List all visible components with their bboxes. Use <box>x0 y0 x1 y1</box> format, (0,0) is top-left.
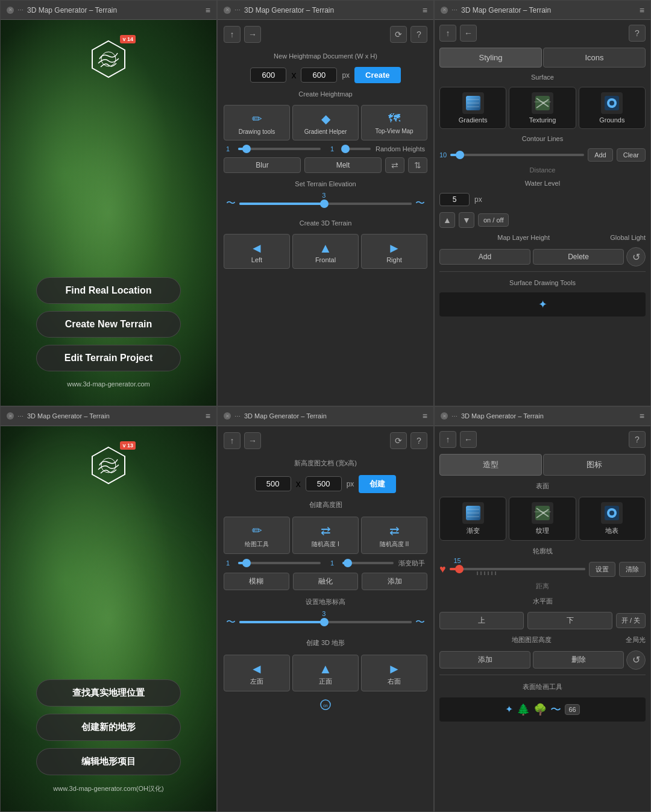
right-terrain-btn[interactable]: ► Right <box>361 234 427 269</box>
draw-cn-tool-tree1[interactable]: 🌲 <box>517 703 530 716</box>
style-back-btn[interactable]: ↑ <box>439 25 456 42</box>
create-terrain-cn-btn[interactable]: 创建新的地形 <box>36 714 181 741</box>
close-btn-5[interactable]: ✕ <box>224 412 231 420</box>
collapse-3[interactable]: ⋯ <box>451 7 458 13</box>
create-btn[interactable]: Create <box>354 67 400 83</box>
style-cn-fwd-btn[interactable]: ← <box>460 431 477 448</box>
water-down-btn[interactable]: ▼ <box>459 212 474 228</box>
water-cn-onoff-btn[interactable]: 开 / 关 <box>616 613 646 628</box>
width-input[interactable] <box>250 68 286 83</box>
draw-cn-tool-1[interactable]: ✦ <box>505 703 513 715</box>
collapse-1[interactable]: ⋯ <box>17 7 24 13</box>
draw-tool-1[interactable]: ✦ <box>538 298 547 311</box>
width-input-cn[interactable] <box>255 476 291 491</box>
nav-back-btn[interactable]: ↑ <box>224 26 241 43</box>
nav-refresh-btn[interactable]: ⟳ <box>390 26 407 43</box>
drawing-tools-btn[interactable]: ✏ Drawing tools <box>224 105 290 140</box>
add-cn-btn[interactable]: 添加 <box>362 573 427 590</box>
shuffle-btn-1[interactable]: ⇄ <box>385 157 404 173</box>
blur-btn[interactable]: Blur <box>224 157 301 173</box>
melt-cn-btn[interactable]: 融化 <box>293 573 359 590</box>
melt-btn[interactable]: Melt <box>304 157 382 173</box>
random-height2-btn[interactable]: ⇄ 随机高度 II <box>361 517 427 554</box>
blur-cn-btn[interactable]: 模糊 <box>224 573 289 590</box>
right-cn-btn[interactable]: ► 右面 <box>361 655 427 691</box>
menu-6[interactable]: ≡ <box>640 411 644 421</box>
style-fwd-btn[interactable]: ← <box>460 25 477 42</box>
gradients-btn[interactable]: Gradients <box>439 87 506 129</box>
collapse-6[interactable]: ⋯ <box>451 413 458 420</box>
styling-cn-tab[interactable]: 造型 <box>439 454 542 476</box>
global-cn-light-btn[interactable]: ↺ <box>626 650 646 670</box>
drawing-tools-cn-btn[interactable]: ✏ 绘图工具 <box>224 517 290 554</box>
nav-back-cn[interactable]: ↑ <box>224 432 241 449</box>
gradients-cn-btn[interactable]: 渐变 <box>439 497 506 541</box>
map-cn-delete-btn[interactable]: 删除 <box>533 651 624 669</box>
contour-cn-clear-btn[interactable]: 清除 <box>619 562 646 577</box>
style-cn-help-btn[interactable]: ? <box>629 431 646 448</box>
slider-cn-track2[interactable] <box>342 562 394 564</box>
water-cn-up-btn[interactable]: 上 <box>439 612 524 629</box>
water-cn-down-btn[interactable]: 下 <box>527 612 612 629</box>
close-btn-1[interactable]: ✕ <box>7 7 14 14</box>
menu-1[interactable]: ≡ <box>206 5 210 15</box>
water-onoff-btn[interactable]: on / off <box>478 213 509 227</box>
left-terrain-btn[interactable]: ◄ Left <box>224 234 290 269</box>
contour-clear-btn[interactable]: Clear <box>617 148 646 162</box>
icons-cn-tab[interactable]: 图标 <box>543 454 646 476</box>
close-btn-4[interactable]: ✕ <box>7 412 14 420</box>
draw-cn-tool-66[interactable]: 66 <box>565 704 579 715</box>
elevation-cn-track[interactable]: 3 <box>239 621 412 623</box>
create-btn-cn[interactable]: 创建 <box>359 475 396 493</box>
nav-help-btn[interactable]: ? <box>410 26 427 43</box>
contour-cn-track[interactable]: 15 <box>450 568 585 570</box>
collapse-4[interactable]: ⋯ <box>17 413 24 420</box>
create-terrain-btn[interactable]: Create New Terrain <box>36 311 181 338</box>
styling-tab[interactable]: Styling <box>439 48 542 68</box>
contour-track[interactable] <box>450 154 584 156</box>
collapse-2[interactable]: ⋯ <box>234 7 241 13</box>
icons-tab[interactable]: Icons <box>543 48 646 68</box>
style-help-btn[interactable]: ? <box>629 25 646 42</box>
slider-cn-track1[interactable] <box>238 562 321 564</box>
left-cn-btn[interactable]: ◄ 左面 <box>224 655 290 691</box>
gradient-helper-btn[interactable]: ◆ Gradient Helper <box>292 105 359 140</box>
grounds-btn[interactable]: Grounds <box>579 87 646 129</box>
find-location-cn-btn[interactable]: 查找真实地理位置 <box>36 679 181 707</box>
edit-terrain-cn-btn[interactable]: 编辑地形项目 <box>36 748 181 775</box>
draw-cn-tool-wave[interactable]: 〜 <box>550 702 561 717</box>
close-btn-6[interactable]: ✕ <box>441 412 448 420</box>
find-location-btn[interactable]: Find Real Location <box>36 277 181 304</box>
menu-4[interactable]: ≡ <box>206 411 210 421</box>
edit-terrain-btn[interactable]: Edit Terrain Project <box>36 345 181 371</box>
style-cn-back-btn[interactable]: ↑ <box>439 431 456 448</box>
map-cn-add-btn[interactable]: 添加 <box>439 651 530 669</box>
menu-3[interactable]: ≡ <box>640 5 644 15</box>
contour-add-btn[interactable]: Add <box>588 148 613 162</box>
random-height1-btn[interactable]: ⇄ 随机高度 I <box>292 517 359 554</box>
frontal-cn-btn[interactable]: ▲ 正面 <box>292 655 359 691</box>
height-input[interactable] <box>301 68 337 83</box>
nav-refresh-cn[interactable]: ⟳ <box>390 432 407 449</box>
grounds-cn-btn[interactable]: 地表 <box>579 497 646 541</box>
menu-5[interactable]: ≡ <box>423 411 427 421</box>
height-input-cn[interactable] <box>306 476 342 491</box>
water-val-input[interactable] <box>439 193 470 206</box>
topview-map-btn[interactable]: 🗺 Top-View Map <box>361 105 427 140</box>
shuffle-btn-2[interactable]: ⇅ <box>408 157 427 173</box>
nav-fwd-btn[interactable]: → <box>244 26 261 43</box>
menu-2[interactable]: ≡ <box>423 5 427 15</box>
texturing-cn-btn[interactable]: 纹理 <box>509 497 576 541</box>
close-btn-3[interactable]: ✕ <box>441 7 448 14</box>
contour-cn-set-btn[interactable]: 设置 <box>589 562 615 577</box>
draw-cn-tool-tree2[interactable]: 🌳 <box>533 703 547 716</box>
water-up-btn[interactable]: ▲ <box>439 212 455 228</box>
map-add-btn[interactable]: Add <box>439 249 530 265</box>
slider2-track[interactable] <box>342 148 371 150</box>
elevation-track[interactable]: 3 <box>239 203 412 205</box>
slider1-track[interactable] <box>238 148 321 150</box>
global-light-btn[interactable]: ↺ <box>626 247 646 266</box>
texturing-btn[interactable]: Texturing <box>509 87 576 129</box>
nav-help-cn[interactable]: ? <box>410 432 427 449</box>
close-btn-2[interactable]: ✕ <box>224 7 231 14</box>
